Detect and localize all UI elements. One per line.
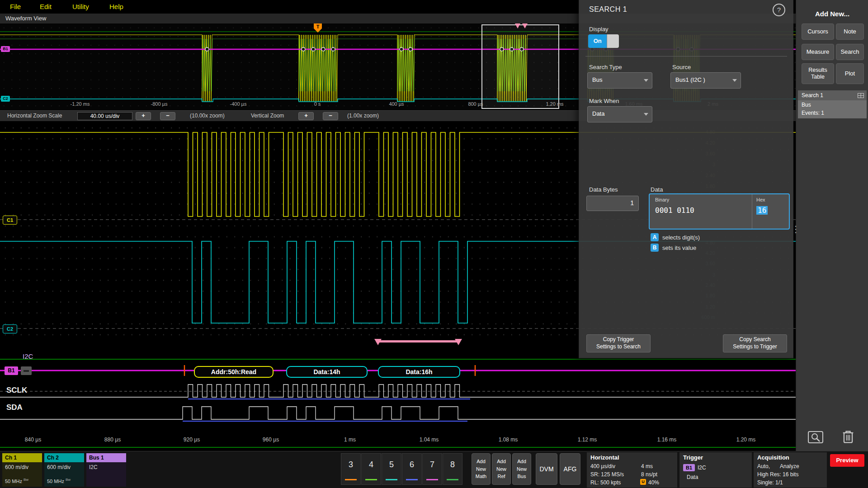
hex-value-wrap[interactable]: 16 xyxy=(756,206,768,215)
search-marker-icon xyxy=(455,339,462,345)
source-select[interactable]: Bus1 (I2C ) xyxy=(670,72,741,89)
display-toggle[interactable]: On xyxy=(588,34,619,48)
button-label: Results Table xyxy=(802,67,834,80)
overview-bus-badge[interactable]: B1 xyxy=(1,46,10,52)
add-results-table-button[interactable]: Results Table xyxy=(802,63,834,84)
button-label: Settings to Trigger xyxy=(733,343,777,351)
toggle-knob xyxy=(607,34,619,48)
acq-mode: Auto, xyxy=(757,463,770,469)
add-new-ref-button[interactable]: Add New Ref xyxy=(492,453,511,485)
overview-time-label: -800 µs xyxy=(151,101,168,107)
horizontal-tile[interactable]: Horizontal 400 µs/div 4 ms SR: 125 MS/s … xyxy=(587,452,677,488)
data-value-editor[interactable]: Binary 0001 0110 Hex 16 xyxy=(649,193,790,230)
channel-6-button[interactable]: 6 xyxy=(402,453,422,485)
copy-search-to-trigger-button[interactable]: Copy Search Settings to Trigger xyxy=(723,334,787,352)
h-span: 4 ms xyxy=(641,463,653,469)
search1-results-item[interactable]: Search 1 Bus Events: 1 xyxy=(798,90,867,118)
binary-value[interactable]: 0001 0110 xyxy=(655,206,694,215)
results-body: Bus Events: 1 xyxy=(798,100,867,118)
bus-collapse-button[interactable] xyxy=(21,366,32,375)
add-plot-button[interactable]: Plot xyxy=(836,63,864,84)
ch1-bandwidth: 50 MHz Bw xyxy=(5,478,28,484)
search-type-select[interactable]: Bus xyxy=(587,72,652,89)
packet-text: Data:16h xyxy=(406,368,432,375)
channel-number: 7 xyxy=(423,460,442,469)
hzoom-scale-value[interactable]: 40.00 us/div xyxy=(77,112,132,120)
acquisition-title: Acquisition xyxy=(757,454,789,461)
display-label: Display xyxy=(589,26,609,33)
bus1-tile-body: I2C xyxy=(86,462,126,487)
ch2-bw-value: 50 MHz xyxy=(47,479,64,484)
button-label: Copy Search xyxy=(739,336,770,343)
h-scale: 400 µs/div xyxy=(590,463,615,469)
search-type-value: Bus xyxy=(592,76,602,83)
copy-trigger-to-search-button[interactable]: Copy Trigger Settings to Search xyxy=(586,334,651,352)
add-cursors-button[interactable]: Cursors xyxy=(802,23,834,40)
channel-5-button[interactable]: 5 xyxy=(382,453,401,485)
h-sample-rate: SR: 125 MS/s xyxy=(590,471,624,478)
hzoom-minus-button[interactable]: − xyxy=(160,112,175,120)
ch1-badge[interactable]: C1 xyxy=(3,216,17,225)
zoom-search-icon xyxy=(807,429,827,446)
panel-drag-handle[interactable]: ⋮ xyxy=(791,224,800,235)
mark-when-select[interactable]: Data xyxy=(587,106,652,122)
bus1-badge[interactable]: B1 xyxy=(5,366,18,375)
add-measure-button[interactable]: Measure xyxy=(802,44,834,60)
overview-time-label: 400 µs xyxy=(389,101,404,107)
acquisition-tile[interactable]: Acquisition Auto, Analyze High Res: 16 b… xyxy=(754,452,827,488)
add-search-button[interactable]: Search xyxy=(836,44,864,60)
vzoom-minus-button[interactable]: − xyxy=(323,112,338,120)
panel-title: SEARCH 1 xyxy=(589,5,627,14)
h-record-length: RL: 500 kpts xyxy=(590,479,621,486)
channel-8-button[interactable]: 8 xyxy=(443,453,462,485)
zoom-mode-button[interactable] xyxy=(807,429,827,447)
dvm-button[interactable]: DVM xyxy=(536,453,557,485)
delete-button[interactable] xyxy=(841,429,855,446)
data-label: Data xyxy=(651,186,663,193)
button-label: Add xyxy=(476,458,486,465)
ch2-badge[interactable]: C2 xyxy=(3,324,17,333)
hex-value[interactable]: 16 xyxy=(756,206,768,215)
trigger-type: I2C xyxy=(698,465,706,471)
trigger-source-badge: B1 xyxy=(683,464,695,471)
ch1-tile[interactable]: Ch 1 600 m/div 50 MHz Bw xyxy=(2,453,42,487)
menu-file[interactable]: File xyxy=(10,3,21,10)
channel-4-button[interactable]: 4 xyxy=(361,453,381,485)
data-bytes-input[interactable]: 1 xyxy=(586,196,639,211)
hzoom-plus-button[interactable]: + xyxy=(136,112,151,120)
button-label: New xyxy=(496,465,506,473)
overview-ch2-badge[interactable]: C2 xyxy=(1,96,10,102)
button-label: Ref xyxy=(497,473,505,480)
channel-number: 6 xyxy=(402,460,421,469)
channel-color-bar xyxy=(447,479,458,480)
bus1-tile[interactable]: Bus 1 I2C xyxy=(86,453,126,487)
vzoom-plus-button[interactable]: + xyxy=(298,112,314,120)
add-new-math-button[interactable]: Add New Math xyxy=(472,453,491,485)
overview-time-label: -400 µs xyxy=(230,101,247,107)
channel-number: 5 xyxy=(382,460,401,469)
preview-button[interactable]: Preview xyxy=(830,454,864,467)
add-note-button[interactable]: Note xyxy=(836,23,864,40)
add-new-bus-button[interactable]: Add New Bus xyxy=(512,453,531,485)
help-icon[interactable]: ? xyxy=(773,4,785,16)
button-label: Settings to Search xyxy=(596,343,641,351)
source-label: Source xyxy=(672,64,691,70)
menu-utility[interactable]: Utility xyxy=(72,3,89,10)
channel-7-button[interactable]: 7 xyxy=(422,453,442,485)
bw-limit-icon: Bw xyxy=(24,478,28,482)
chevron-down-icon xyxy=(732,79,737,82)
divider xyxy=(752,194,752,229)
ch2-tile[interactable]: Ch 2 600 m/div 50 MHz Bw xyxy=(44,453,84,487)
menu-help[interactable]: Help xyxy=(109,3,123,10)
menu-edit[interactable]: Edit xyxy=(40,3,52,10)
trigger-tile[interactable]: Trigger B1 I2C Data xyxy=(679,452,752,488)
channel-3-button[interactable]: 3 xyxy=(341,453,361,485)
time-label: 1.04 ms xyxy=(420,436,439,443)
ch2-scale: 600 m/div xyxy=(47,464,71,470)
toggle-on-label: On xyxy=(588,34,607,48)
hzoom-factor-label: (10.00x zoom) xyxy=(190,113,225,119)
ch2-tile-body: 600 m/div 50 MHz Bw xyxy=(44,462,84,487)
afg-button[interactable]: AFG xyxy=(560,453,580,485)
packet-text: Addr:50h:Read xyxy=(211,368,256,375)
button-label: Plot xyxy=(845,70,855,77)
